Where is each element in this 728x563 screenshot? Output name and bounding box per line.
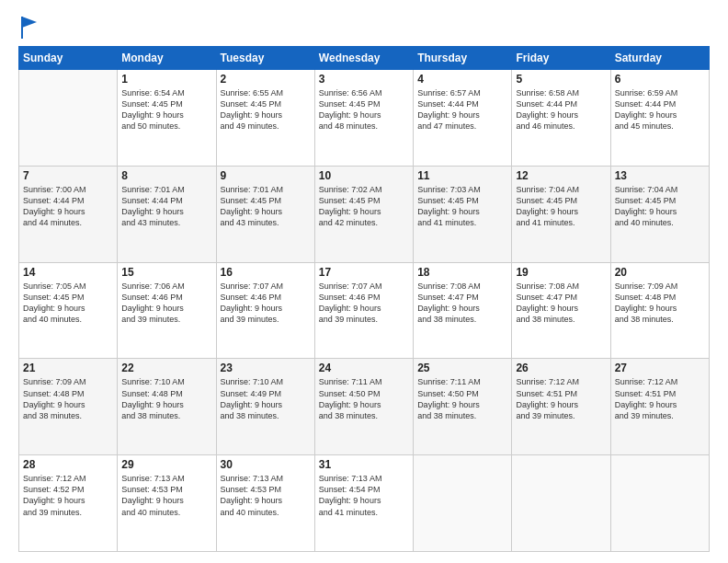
day-info: Sunrise: 7:00 AM Sunset: 4:44 PM Dayligh… [23, 184, 113, 229]
day-info: Sunrise: 7:08 AM Sunset: 4:47 PM Dayligh… [516, 281, 606, 326]
calendar-dow-sunday: Sunday [19, 47, 118, 70]
calendar-cell [512, 455, 610, 552]
day-number: 27 [615, 362, 705, 374]
calendar-dow-monday: Monday [118, 47, 216, 70]
calendar-cell: 8Sunrise: 7:01 AM Sunset: 4:44 PM Daylig… [118, 166, 216, 262]
day-info: Sunrise: 7:07 AM Sunset: 4:46 PM Dayligh… [221, 281, 311, 326]
calendar-cell: 29Sunrise: 7:13 AM Sunset: 4:53 PM Dayli… [118, 455, 216, 552]
calendar-week-row: 7Sunrise: 7:00 AM Sunset: 4:44 PM Daylig… [19, 166, 710, 262]
calendar-cell: 14Sunrise: 7:05 AM Sunset: 4:45 PM Dayli… [19, 262, 118, 359]
day-number: 13 [615, 169, 705, 182]
calendar-cell: 21Sunrise: 7:09 AM Sunset: 4:48 PM Dayli… [19, 359, 118, 455]
header [18, 17, 710, 37]
day-info: Sunrise: 6:59 AM Sunset: 4:44 PM Dayligh… [615, 87, 705, 132]
day-number: 24 [319, 362, 409, 374]
logo [18, 17, 35, 37]
day-info: Sunrise: 7:12 AM Sunset: 4:51 PM Dayligh… [516, 376, 606, 421]
day-number: 4 [417, 73, 507, 86]
day-number: 26 [516, 362, 606, 374]
day-number: 2 [221, 73, 311, 86]
day-number: 7 [23, 169, 113, 182]
day-info: Sunrise: 7:07 AM Sunset: 4:46 PM Dayligh… [319, 281, 409, 326]
day-info: Sunrise: 7:11 AM Sunset: 4:50 PM Dayligh… [417, 376, 507, 421]
calendar-cell: 23Sunrise: 7:10 AM Sunset: 4:49 PM Dayli… [216, 359, 314, 455]
day-info: Sunrise: 7:09 AM Sunset: 4:48 PM Dayligh… [23, 376, 113, 421]
calendar-dow-wednesday: Wednesday [314, 47, 413, 70]
calendar-cell: 2Sunrise: 6:55 AM Sunset: 4:45 PM Daylig… [216, 70, 314, 167]
day-number: 12 [516, 169, 606, 182]
calendar-cell: 16Sunrise: 7:07 AM Sunset: 4:46 PM Dayli… [216, 262, 314, 359]
svg-marker-0 [22, 17, 37, 28]
day-number: 25 [417, 362, 507, 374]
calendar-cell: 20Sunrise: 7:09 AM Sunset: 4:48 PM Dayli… [610, 262, 709, 359]
day-number: 21 [23, 362, 113, 374]
day-number: 18 [417, 266, 507, 279]
day-info: Sunrise: 7:01 AM Sunset: 4:45 PM Dayligh… [221, 184, 311, 229]
day-number: 19 [516, 266, 606, 279]
day-number: 29 [121, 458, 211, 471]
day-info: Sunrise: 7:05 AM Sunset: 4:45 PM Dayligh… [23, 281, 113, 326]
day-info: Sunrise: 7:02 AM Sunset: 4:45 PM Dayligh… [319, 184, 409, 229]
logo-flag-icon [20, 17, 37, 39]
calendar-dow-friday: Friday [512, 47, 610, 70]
day-number: 1 [121, 73, 211, 86]
calendar-cell: 10Sunrise: 7:02 AM Sunset: 4:45 PM Dayli… [314, 166, 413, 262]
day-info: Sunrise: 7:13 AM Sunset: 4:54 PM Dayligh… [319, 473, 409, 518]
calendar-cell: 1Sunrise: 6:54 AM Sunset: 4:45 PM Daylig… [118, 70, 216, 167]
calendar-cell: 24Sunrise: 7:11 AM Sunset: 4:50 PM Dayli… [314, 359, 413, 455]
day-info: Sunrise: 7:04 AM Sunset: 4:45 PM Dayligh… [615, 184, 705, 229]
calendar-cell: 12Sunrise: 7:04 AM Sunset: 4:45 PM Dayli… [512, 166, 610, 262]
day-number: 8 [121, 169, 211, 182]
calendar-cell: 28Sunrise: 7:12 AM Sunset: 4:52 PM Dayli… [19, 455, 118, 552]
calendar-cell: 5Sunrise: 6:58 AM Sunset: 4:44 PM Daylig… [512, 70, 610, 167]
calendar-cell: 31Sunrise: 7:13 AM Sunset: 4:54 PM Dayli… [314, 455, 413, 552]
calendar-dow-tuesday: Tuesday [216, 47, 314, 70]
calendar-cell: 22Sunrise: 7:10 AM Sunset: 4:48 PM Dayli… [118, 359, 216, 455]
day-number: 14 [23, 266, 113, 279]
day-info: Sunrise: 7:12 AM Sunset: 4:51 PM Dayligh… [615, 376, 705, 421]
calendar-cell: 26Sunrise: 7:12 AM Sunset: 4:51 PM Dayli… [512, 359, 610, 455]
day-info: Sunrise: 7:01 AM Sunset: 4:44 PM Dayligh… [121, 184, 211, 229]
calendar-dow-thursday: Thursday [414, 47, 512, 70]
day-info: Sunrise: 7:04 AM Sunset: 4:45 PM Dayligh… [516, 184, 606, 229]
day-number: 10 [319, 169, 409, 182]
calendar-cell: 27Sunrise: 7:12 AM Sunset: 4:51 PM Dayli… [610, 359, 709, 455]
day-number: 11 [417, 169, 507, 182]
calendar-cell: 7Sunrise: 7:00 AM Sunset: 4:44 PM Daylig… [19, 166, 118, 262]
calendar-dow-saturday: Saturday [610, 47, 709, 70]
day-info: Sunrise: 7:13 AM Sunset: 4:53 PM Dayligh… [121, 473, 211, 518]
day-number: 20 [615, 266, 705, 279]
calendar-cell: 6Sunrise: 6:59 AM Sunset: 4:44 PM Daylig… [610, 70, 709, 167]
calendar-week-row: 28Sunrise: 7:12 AM Sunset: 4:52 PM Dayli… [19, 455, 710, 552]
day-info: Sunrise: 7:06 AM Sunset: 4:46 PM Dayligh… [121, 281, 211, 326]
day-info: Sunrise: 6:56 AM Sunset: 4:45 PM Dayligh… [319, 87, 409, 132]
page: SundayMondayTuesdayWednesdayThursdayFrid… [0, 0, 728, 563]
calendar-cell: 18Sunrise: 7:08 AM Sunset: 4:47 PM Dayli… [414, 262, 512, 359]
day-info: Sunrise: 7:08 AM Sunset: 4:47 PM Dayligh… [417, 281, 507, 326]
calendar-week-row: 1Sunrise: 6:54 AM Sunset: 4:45 PM Daylig… [19, 70, 710, 167]
day-number: 3 [319, 73, 409, 86]
calendar-cell: 19Sunrise: 7:08 AM Sunset: 4:47 PM Dayli… [512, 262, 610, 359]
day-info: Sunrise: 6:55 AM Sunset: 4:45 PM Dayligh… [221, 87, 311, 132]
calendar-cell [414, 455, 512, 552]
day-info: Sunrise: 7:11 AM Sunset: 4:50 PM Dayligh… [319, 376, 409, 421]
calendar-cell: 11Sunrise: 7:03 AM Sunset: 4:45 PM Dayli… [414, 166, 512, 262]
day-number: 6 [615, 73, 705, 86]
calendar-week-row: 14Sunrise: 7:05 AM Sunset: 4:45 PM Dayli… [19, 262, 710, 359]
day-number: 23 [221, 362, 311, 374]
day-number: 5 [516, 73, 606, 86]
calendar-cell: 13Sunrise: 7:04 AM Sunset: 4:45 PM Dayli… [610, 166, 709, 262]
day-info: Sunrise: 7:03 AM Sunset: 4:45 PM Dayligh… [417, 184, 507, 229]
calendar-cell: 4Sunrise: 6:57 AM Sunset: 4:44 PM Daylig… [414, 70, 512, 167]
calendar-cell: 15Sunrise: 7:06 AM Sunset: 4:46 PM Dayli… [118, 262, 216, 359]
calendar-cell: 25Sunrise: 7:11 AM Sunset: 4:50 PM Dayli… [414, 359, 512, 455]
calendar-cell: 17Sunrise: 7:07 AM Sunset: 4:46 PM Dayli… [314, 262, 413, 359]
calendar-cell [19, 70, 118, 167]
day-number: 28 [23, 458, 113, 471]
day-info: Sunrise: 6:58 AM Sunset: 4:44 PM Dayligh… [516, 87, 606, 132]
calendar-table: SundayMondayTuesdayWednesdayThursdayFrid… [18, 46, 710, 552]
day-number: 15 [121, 266, 211, 279]
day-info: Sunrise: 7:12 AM Sunset: 4:52 PM Dayligh… [23, 473, 113, 518]
day-number: 9 [221, 169, 311, 182]
day-number: 22 [121, 362, 211, 374]
